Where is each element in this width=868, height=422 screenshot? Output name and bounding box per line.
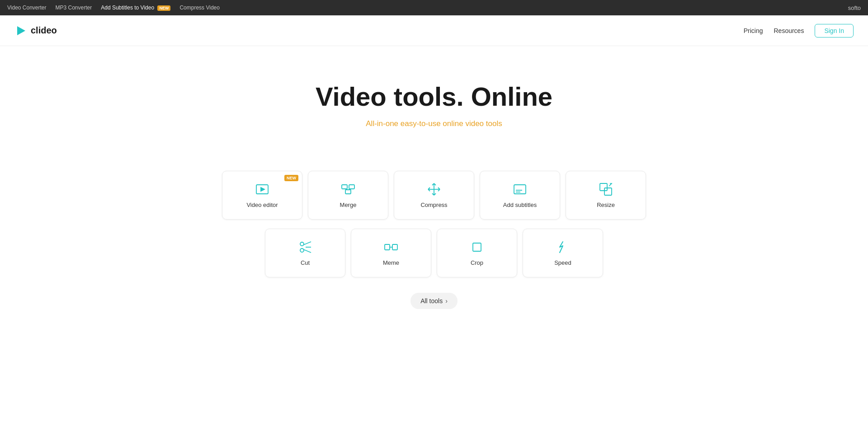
crop-icon	[469, 239, 485, 255]
compress-icon	[426, 182, 442, 197]
hero-section: Video tools. Online All-in-one easy-to-u…	[0, 46, 868, 168]
tool-add-subtitles[interactable]: Add subtitles	[480, 171, 560, 220]
compress-label: Compress	[420, 202, 447, 208]
tool-compress[interactable]: Compress	[394, 171, 474, 220]
clideo-logo-icon	[14, 24, 27, 37]
pricing-link[interactable]: Pricing	[744, 27, 763, 34]
top-bar: Video Converter MP3 Converter Add Subtit…	[0, 0, 868, 15]
resize-label: Resize	[597, 202, 615, 208]
top-bar-mp3-converter[interactable]: MP3 Converter	[56, 5, 92, 11]
logo-text: clideo	[31, 25, 57, 36]
merge-label: Merge	[340, 202, 357, 208]
logo[interactable]: clideo	[14, 24, 57, 37]
speed-label: Speed	[554, 259, 571, 266]
top-bar-links: Video Converter MP3 Converter Add Subtit…	[7, 5, 220, 11]
svg-rect-32	[473, 243, 481, 251]
svg-rect-4	[349, 185, 354, 189]
tools-section: NEW Video editor Merge	[0, 168, 868, 336]
svg-rect-21	[600, 183, 607, 191]
top-bar-compress-video[interactable]: Compress Video	[179, 5, 220, 11]
svg-rect-18	[514, 185, 526, 194]
cut-label: Cut	[301, 259, 310, 266]
video-editor-icon	[255, 182, 270, 197]
svg-marker-2	[261, 188, 264, 191]
nav-right: Pricing Resources Sign In	[744, 24, 854, 38]
svg-rect-30	[392, 244, 397, 250]
top-bar-brand: softo	[848, 5, 861, 11]
tool-cut[interactable]: Cut	[265, 229, 345, 277]
tools-row-1: NEW Video editor Merge	[219, 168, 649, 222]
subtitles-icon	[512, 182, 528, 197]
tools-row-2: Cut Meme Crop Speed	[262, 226, 606, 280]
svg-line-6	[344, 189, 348, 190]
sign-in-button[interactable]: Sign In	[815, 24, 854, 38]
hero-title: Video tools. Online	[7, 82, 861, 111]
all-tools-label: All tools	[420, 297, 443, 305]
tool-video-editor[interactable]: NEW Video editor	[222, 171, 302, 220]
tool-meme[interactable]: Meme	[351, 229, 431, 277]
new-badge: NEW	[157, 5, 170, 11]
all-tools-button[interactable]: All tools ›	[410, 293, 458, 309]
svg-marker-0	[17, 26, 25, 35]
main-nav: clideo Pricing Resources Sign In	[0, 15, 868, 46]
svg-rect-29	[385, 244, 390, 250]
svg-line-7	[348, 189, 352, 190]
crop-label: Crop	[471, 259, 483, 266]
speed-icon	[555, 239, 571, 255]
svg-point-25	[300, 242, 304, 246]
tool-crop[interactable]: Crop	[437, 229, 517, 277]
video-editor-label: Video editor	[246, 202, 278, 208]
add-subtitles-label: Add subtitles	[503, 202, 537, 208]
resources-link[interactable]: Resources	[774, 27, 804, 34]
meme-icon	[383, 239, 399, 255]
tool-resize[interactable]: Resize	[566, 171, 646, 220]
svg-line-26	[303, 242, 311, 245]
svg-line-27	[303, 249, 311, 253]
svg-line-23	[609, 183, 612, 186]
svg-point-24	[300, 249, 304, 252]
tool-merge[interactable]: Merge	[308, 171, 388, 220]
svg-rect-3	[342, 185, 347, 189]
cut-icon	[297, 239, 313, 255]
video-editor-badge: NEW	[284, 175, 298, 181]
chevron-right-icon: ›	[445, 297, 448, 305]
svg-rect-5	[345, 190, 351, 194]
tool-speed[interactable]: Speed	[523, 229, 603, 277]
svg-rect-22	[604, 188, 612, 195]
top-bar-video-converter[interactable]: Video Converter	[7, 5, 47, 11]
merge-icon	[340, 182, 356, 197]
resize-icon	[598, 182, 613, 197]
meme-label: Meme	[383, 259, 399, 266]
hero-subtitle: All-in-one easy-to-use online video tool…	[7, 119, 861, 128]
top-bar-add-subtitles[interactable]: Add Subtitles to Video NEW	[101, 5, 170, 11]
